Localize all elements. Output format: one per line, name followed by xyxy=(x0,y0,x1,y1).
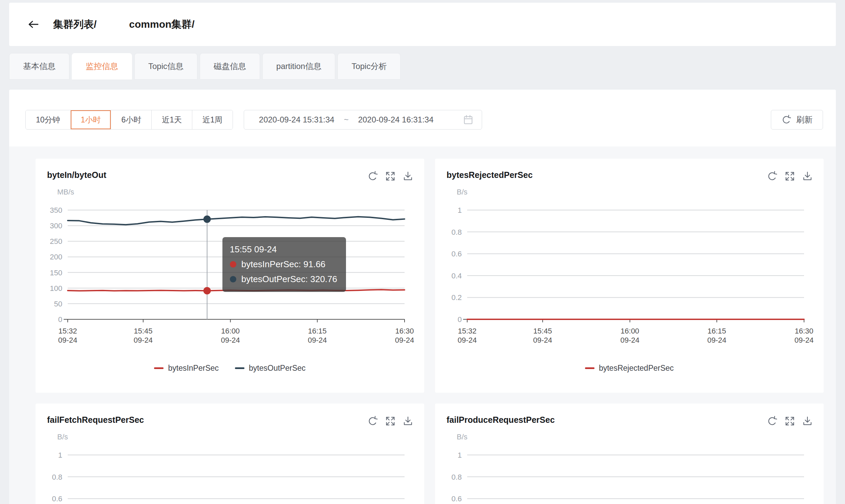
refresh-label: 刷新 xyxy=(796,114,812,125)
line-chart[interactable]: 35030025020015010050015:3209-2415:4509-2… xyxy=(36,159,424,393)
svg-text:50: 50 xyxy=(54,300,62,308)
svg-text:15:3209-24: 15:3209-24 xyxy=(58,327,77,344)
chart-card-bytes-rejected: bytesRejectedPerSec B/s 10.80.60.40.2015… xyxy=(435,159,824,393)
tab-monitor-info[interactable]: 监控信息 xyxy=(72,53,132,79)
x-axis: 15:3209-2415:4509-2416:0009-2416:1509-24… xyxy=(458,319,813,344)
tab-bar: 基本信息 监控信息 Topic信息 磁盘信息 partition信息 Topic… xyxy=(9,53,400,79)
series-line-bytesOutPerSec xyxy=(68,217,404,225)
svg-text:16:1509-24: 16:1509-24 xyxy=(707,327,726,344)
svg-text:0.6: 0.6 xyxy=(451,250,462,258)
line-chart[interactable]: 10.80.60.40.20 xyxy=(36,403,424,504)
svg-text:0: 0 xyxy=(458,315,462,324)
legend-item-bytesOutPerSec[interactable]: bytesOutPerSec xyxy=(235,364,305,373)
legend-item-bytesInPerSec[interactable]: bytesInPerSec xyxy=(154,364,219,373)
tab-label: 磁盘信息 xyxy=(213,61,246,72)
svg-text:0.8: 0.8 xyxy=(451,228,462,236)
arrow-left-icon xyxy=(27,19,40,30)
reload-icon xyxy=(781,115,792,125)
range-button-6hour[interactable]: 6小时 xyxy=(111,110,151,129)
date-range-picker[interactable]: 2020-09-24 15:31:34 ~ 2020-09-24 16:31:3… xyxy=(244,110,482,129)
tab-label: 监控信息 xyxy=(86,61,118,72)
svg-text:16:3009-24: 16:3009-24 xyxy=(395,327,414,344)
legend-item-bytesRejectedPerSec[interactable]: bytesRejectedPerSec xyxy=(585,364,674,373)
tab-topic-analysis[interactable]: Topic分析 xyxy=(338,53,400,79)
range-button-1day[interactable]: 近1天 xyxy=(151,110,192,129)
svg-text:0.8: 0.8 xyxy=(52,473,62,481)
svg-text:15:4509-24: 15:4509-24 xyxy=(134,327,153,344)
chart-card-bytein-byteout: byteIn/byteOut MB/s 35030025020015010050… xyxy=(36,159,424,393)
svg-text:16:3009-24: 16:3009-24 xyxy=(795,327,813,344)
range-button-10min[interactable]: 10分钟 xyxy=(26,110,70,129)
tab-label: Topic信息 xyxy=(148,61,184,72)
refresh-button[interactable]: 刷新 xyxy=(771,110,823,129)
line-chart[interactable]: 10.80.60.40.20 xyxy=(435,403,824,504)
chart-legend: bytesInPerSecbytesOutPerSec xyxy=(36,364,424,373)
legend-marker xyxy=(235,367,244,369)
range-button-1hour[interactable]: 1小时 xyxy=(70,110,111,129)
chart-card-fail-produce-request: failProduceRequestPerSec B/s 10.80.60.40… xyxy=(435,403,824,504)
time-range-group: 10分钟 1小时 6小时 近1天 近1周 xyxy=(25,110,233,129)
svg-text:0: 0 xyxy=(58,315,62,324)
svg-text:0.2: 0.2 xyxy=(451,293,462,302)
svg-text:1: 1 xyxy=(458,206,462,214)
tab-basic-info[interactable]: 基本信息 xyxy=(9,53,69,79)
svg-text:300: 300 xyxy=(50,221,62,230)
breadcrumb: 集群列表/ common集群/ xyxy=(53,18,195,32)
svg-text:0.4: 0.4 xyxy=(451,272,462,280)
tab-label: partition信息 xyxy=(276,61,321,72)
svg-text:100: 100 xyxy=(50,284,62,293)
date-separator: ~ xyxy=(344,115,349,125)
series-line-bytesInPerSec xyxy=(68,290,404,291)
y-axis: 10.80.60.40.20 xyxy=(451,451,804,504)
svg-text:200: 200 xyxy=(50,253,62,261)
svg-text:16:1509-24: 16:1509-24 xyxy=(308,327,327,344)
back-button[interactable] xyxy=(27,18,42,31)
svg-text:0.6: 0.6 xyxy=(52,494,62,503)
legend-marker xyxy=(585,367,594,369)
svg-text:15:3209-24: 15:3209-24 xyxy=(458,327,477,344)
date-end: 2020-09-24 16:31:34 xyxy=(358,115,434,125)
breadcrumb-cluster-name: common集群/ xyxy=(129,18,194,32)
tab-disk-info[interactable]: 磁盘信息 xyxy=(200,53,260,79)
controls-row: 10分钟 1小时 6小时 近1天 近1周 2020-09-24 15:31:34… xyxy=(25,110,823,129)
breadcrumb-cluster-list: 集群列表/ xyxy=(53,18,97,32)
y-axis: 10.80.60.40.20 xyxy=(451,206,804,324)
chart-legend: bytesRejectedPerSec xyxy=(435,364,824,373)
tab-partition-info[interactable]: partition信息 xyxy=(262,53,335,79)
svg-text:150: 150 xyxy=(50,269,62,277)
svg-text:1: 1 xyxy=(458,451,462,460)
data-point-marker xyxy=(204,287,211,294)
page-header: 集群列表/ common集群/ xyxy=(9,3,836,46)
line-chart[interactable]: 10.80.60.40.2015:3209-2415:4509-2416:000… xyxy=(435,159,824,393)
tab-label: Topic分析 xyxy=(351,61,386,72)
range-button-1week[interactable]: 近1周 xyxy=(192,110,232,129)
svg-text:16:0009-24: 16:0009-24 xyxy=(221,327,240,344)
chart-grid: byteIn/byteOut MB/s 35030025020015010050… xyxy=(9,146,836,504)
calendar-icon xyxy=(463,114,473,125)
svg-text:16:0009-24: 16:0009-24 xyxy=(620,327,639,344)
svg-text:250: 250 xyxy=(50,237,62,246)
svg-text:0.6: 0.6 xyxy=(451,494,462,503)
svg-text:15:4509-24: 15:4509-24 xyxy=(533,327,552,344)
tab-label: 基本信息 xyxy=(23,61,55,72)
svg-text:0.8: 0.8 xyxy=(451,473,462,481)
y-axis: 10.80.60.40.20 xyxy=(52,451,404,504)
date-start: 2020-09-24 15:31:34 xyxy=(259,115,334,125)
chart-card-fail-fetch-request: failFetchRequestPerSec B/s 10.80.60.40.2… xyxy=(36,403,424,504)
content-panel: 10分钟 1小时 6小时 近1天 近1周 2020-09-24 15:31:34… xyxy=(9,90,836,504)
svg-text:350: 350 xyxy=(50,206,62,214)
legend-marker xyxy=(154,367,163,369)
x-axis: 15:3209-2415:4509-2416:0009-2416:1509-24… xyxy=(58,319,414,344)
tab-topic-info[interactable]: Topic信息 xyxy=(134,53,197,79)
data-point-marker xyxy=(204,215,211,223)
svg-text:1: 1 xyxy=(58,451,62,460)
